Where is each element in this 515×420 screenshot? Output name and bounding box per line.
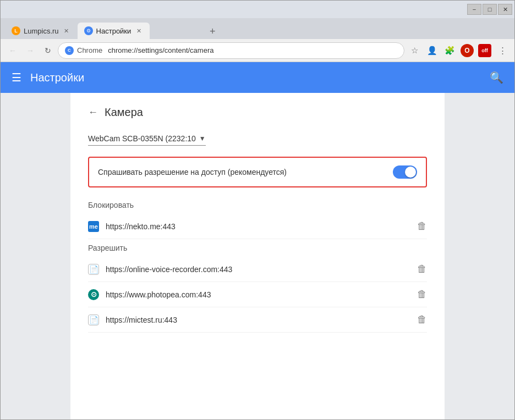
title-bar: − □ ✕ (1, 1, 514, 18)
opera-icon-wrapper[interactable]: O (459, 43, 475, 58)
forward-button[interactable]: → (23, 43, 38, 58)
allowed-site-url-photopea: https://www.photopea.com:443 (106, 290, 410, 299)
settings-page-title: Настройки (30, 71, 481, 84)
adblock-logo: off (478, 44, 491, 57)
webcam-dropdown[interactable]: WebCam SCB-0355N (2232:10 ▼ (88, 132, 206, 146)
back-navigation: ← Камера (88, 106, 427, 119)
site-favicon-mictest: 📄 (88, 314, 99, 325)
window-controls: − □ ✕ (467, 4, 512, 15)
page-back-button[interactable]: ← (88, 107, 98, 118)
camera-page-title: Камера (105, 106, 143, 119)
allowed-site-online-voice: 📄 https://online-voice-recorder.com:443 … (88, 257, 427, 282)
adblock-icon-wrapper[interactable]: off (477, 43, 492, 58)
hamburger-menu[interactable]: ☰ (12, 71, 21, 84)
back-button[interactable]: ← (5, 43, 20, 58)
tab-label-lumpics: Lumpics.ru (24, 27, 59, 35)
delete-mictest-button[interactable]: 🗑 (417, 314, 427, 325)
tab-settings[interactable]: ⚙ Настройки ✕ (78, 23, 150, 39)
webcam-dropdown-row: WebCam SCB-0355N (2232:10 ▼ (88, 132, 427, 146)
delete-nekto-button[interactable]: 🗑 (417, 220, 427, 232)
tab-favicon-lumpics: L (12, 26, 20, 35)
allow-section-header: Разрешить (88, 244, 427, 252)
blocked-site-nekto: me https://nekto.me:443 🗑 (88, 214, 427, 239)
ask-permission-toggle[interactable] (393, 165, 417, 179)
account-icon[interactable]: 👤 (424, 43, 440, 58)
url-browser-name: Chrome (77, 46, 102, 54)
tab-close-lumpics[interactable]: ✕ (62, 26, 71, 35)
ask-permission-label: Спрашивать разрешение на доступ (рекомен… (98, 168, 393, 176)
url-bar[interactable]: C Chrome chrome://settings/content/camer… (58, 42, 404, 59)
bookmark-icon[interactable]: ☆ (407, 43, 422, 58)
block-section: Блокировать me https://nekto.me:443 🗑 (88, 201, 427, 239)
delete-online-voice-button[interactable]: 🗑 (417, 263, 427, 275)
browser-window: − □ ✕ L Lumpics.ru ✕ ⚙ Настройки ✕ + ← →… (0, 0, 515, 420)
tab-close-settings[interactable]: ✕ (134, 26, 143, 35)
allowed-site-mictest: 📄 https://mictest.ru:443 🗑 (88, 307, 427, 333)
url-text: chrome://settings/content/camera (108, 46, 213, 54)
settings-header: ☰ Настройки 🔍 (1, 62, 514, 93)
maximize-button[interactable]: □ (483, 4, 497, 15)
settings-search-icon[interactable]: 🔍 (490, 71, 503, 84)
webcam-dropdown-value: WebCam SCB-0355N (2232:10 (88, 134, 196, 143)
toolbar-icons: ☆ 👤 🧩 O off ⋮ (407, 43, 510, 58)
content-main: ← Камера WebCam SCB-0355N (2232:10 ▼ Спр… (1, 93, 514, 419)
tab-label-settings: Настройки (96, 27, 132, 35)
address-bar: ← → ↻ C Chrome chrome://settings/content… (1, 39, 514, 62)
tab-favicon-settings: ⚙ (84, 26, 93, 35)
opera-logo: O (461, 44, 474, 57)
ask-permission-toggle-row: Спрашивать разрешение на доступ (рекомен… (88, 157, 427, 187)
site-favicon-photopea: ⊙ (88, 289, 99, 300)
new-tab-button[interactable]: + (205, 24, 220, 39)
block-section-header: Блокировать (88, 201, 427, 209)
blocked-site-url-nekto: https://nekto.me:443 (106, 222, 410, 231)
allowed-site-photopea: ⊙ https://www.photopea.com:443 🗑 (88, 282, 427, 307)
refresh-button[interactable]: ↻ (40, 43, 56, 58)
tabs-bar: L Lumpics.ru ✕ ⚙ Настройки ✕ + (1, 18, 514, 39)
menu-icon[interactable]: ⋮ (495, 43, 510, 58)
site-favicon-nekto: me (88, 221, 99, 232)
content-wrapper: ← Камера WebCam SCB-0355N (2232:10 ▼ Спр… (1, 93, 514, 419)
allowed-site-url-online-voice: https://online-voice-recorder.com:443 (106, 265, 410, 274)
tab-spacer (150, 23, 205, 39)
dropdown-arrow-icon: ▼ (199, 135, 206, 142)
delete-photopea-button[interactable]: 🗑 (417, 289, 427, 300)
allowed-site-url-mictest: https://mictest.ru:443 (106, 316, 410, 324)
settings-card: ← Камера WebCam SCB-0355N (2232:10 ▼ Спр… (70, 93, 445, 419)
site-favicon-online-voice: 📄 (88, 264, 99, 275)
allow-section: Разрешить 📄 https://online-voice-recorde… (88, 244, 427, 333)
toggle-thumb (405, 167, 416, 178)
minimize-button[interactable]: − (467, 4, 481, 15)
tab-lumpics[interactable]: L Lumpics.ru ✕ (5, 23, 78, 39)
close-button[interactable]: ✕ (498, 4, 512, 15)
url-favicon: C (65, 46, 74, 55)
extensions-icon[interactable]: 🧩 (442, 43, 457, 58)
